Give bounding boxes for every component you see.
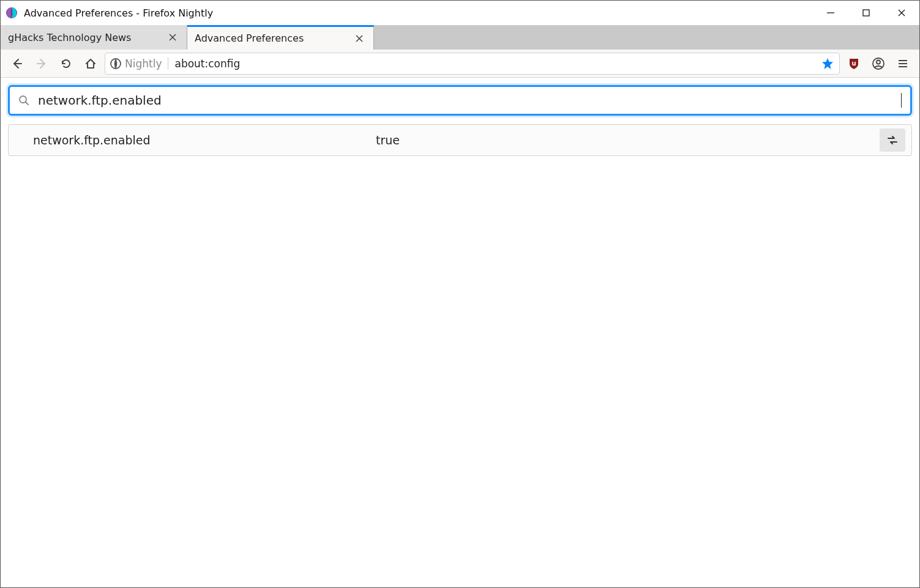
svg-text:u: u [851, 60, 856, 67]
account-icon[interactable] [868, 53, 889, 74]
config-search[interactable] [10, 87, 910, 114]
toggle-icon[interactable] [880, 128, 905, 152]
forward-button[interactable] [31, 53, 52, 74]
close-button[interactable] [884, 1, 919, 25]
close-tab-icon[interactable] [166, 31, 179, 44]
pref-name: network.ftp.enabled [33, 133, 376, 147]
tabstrip: gHacks Technology News Advanced Preferen… [1, 25, 919, 50]
maximize-button[interactable] [848, 1, 884, 25]
close-tab-icon[interactable] [353, 32, 366, 45]
tab-label: gHacks Technology News [8, 32, 166, 43]
svg-rect-2 [863, 10, 869, 16]
titlebar: Advanced Preferences - Firefox Nightly [1, 1, 919, 25]
tab-ghacks[interactable]: gHacks Technology News [1, 25, 187, 50]
identity-label: Nightly [125, 58, 162, 70]
tab-label: Advanced Preferences [195, 32, 353, 44]
urlbar[interactable]: Nightly about:config [105, 53, 840, 75]
back-button[interactable] [7, 53, 28, 74]
home-button[interactable] [80, 53, 101, 74]
nightly-icon [110, 58, 121, 69]
bookmark-star-icon[interactable] [821, 57, 834, 70]
svg-point-18 [20, 96, 26, 103]
config-search-container [8, 85, 912, 116]
menu-icon[interactable] [892, 53, 913, 74]
window-title: Advanced Preferences - Firefox Nightly [24, 7, 213, 19]
navbar: Nightly about:config u [1, 50, 919, 78]
ublock-icon[interactable]: u [843, 53, 864, 74]
reload-button[interactable] [56, 53, 77, 74]
aboutconfig-content: network.ftp.enabled true [1, 78, 919, 163]
search-icon [18, 95, 29, 106]
pref-value: true [376, 133, 880, 147]
window-controls [813, 1, 919, 25]
firefox-nightly-icon [6, 7, 18, 19]
tab-advanced-preferences[interactable]: Advanced Preferences [187, 25, 374, 50]
identity-box[interactable]: Nightly [110, 58, 168, 70]
minimize-button[interactable] [813, 1, 848, 25]
svg-line-19 [26, 102, 28, 105]
url-text: about:config [174, 58, 816, 70]
pref-row[interactable]: network.ftp.enabled true [8, 124, 912, 156]
svg-point-14 [877, 60, 880, 64]
config-search-input[interactable] [38, 93, 902, 108]
